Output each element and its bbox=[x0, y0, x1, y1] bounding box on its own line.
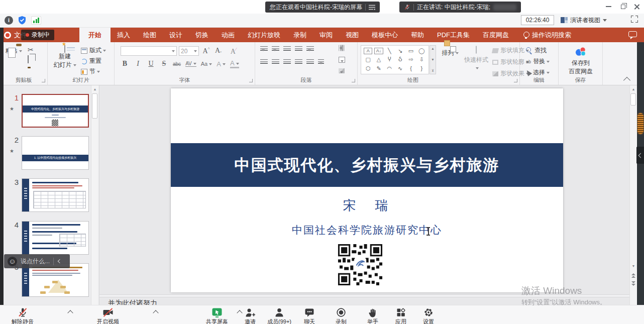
current-slide[interactable]: 中国式现代化、乡村振兴与乡村旅游 宋 瑞 中国社会科学院旅游研究中心 bbox=[171, 88, 563, 292]
quick-styles-button[interactable]: 快速样式 bbox=[462, 46, 490, 71]
network-signal-icon[interactable] bbox=[31, 16, 41, 25]
tab-template-center[interactable]: 模板中心 bbox=[365, 28, 404, 42]
comment-icon[interactable] bbox=[628, 31, 637, 37]
tab-draw[interactable]: 绘图 bbox=[137, 28, 163, 42]
line-spacing-icon[interactable] bbox=[306, 46, 314, 52]
smartart-button[interactable] bbox=[339, 68, 345, 73]
window-restore-button[interactable] bbox=[619, 3, 627, 10]
arc-shape-icon[interactable]: ◠ bbox=[384, 64, 395, 73]
triangle-shape-icon[interactable]: △ bbox=[373, 55, 384, 64]
next-slide-button[interactable] bbox=[631, 281, 635, 286]
distribute-icon[interactable] bbox=[306, 59, 314, 65]
shape-gallery-scroll[interactable]: ▲▼⊻ bbox=[430, 45, 436, 74]
highlight-button[interactable]: A bbox=[217, 60, 226, 68]
align-center-icon[interactable] bbox=[272, 59, 279, 65]
elbow-connector-icon[interactable]: Ⴤ bbox=[384, 55, 395, 64]
scroll-thumb[interactable] bbox=[630, 93, 636, 105]
tab-review[interactable]: 审阅 bbox=[313, 28, 339, 42]
select-button[interactable]: 选择 bbox=[526, 68, 550, 77]
thumbnail-scrollbar[interactable]: ▲ bbox=[91, 85, 98, 305]
down-arrow-shape-icon[interactable]: ⇩ bbox=[416, 55, 427, 64]
notes-text-fragment[interactable]: 并为此付诸努力 bbox=[108, 299, 157, 305]
slide-scrollbar[interactable]: ▲ ▼ bbox=[629, 85, 636, 305]
slide-1-thumbnail[interactable]: 中国式现代化、乡村振兴与乡村旅游 bbox=[22, 94, 89, 128]
bullets-icon[interactable] bbox=[260, 46, 268, 52]
change-case-button[interactable]: Aa bbox=[201, 61, 212, 67]
tab-design[interactable]: 设计 bbox=[163, 28, 189, 42]
decrease-indent-icon[interactable] bbox=[283, 46, 291, 52]
tab-baidu-netdisk[interactable]: 百度网盘 bbox=[476, 28, 515, 42]
slide-organization[interactable]: 中国社会科学院旅游研究中心 bbox=[171, 223, 563, 237]
textbox-shape-icon[interactable]: A bbox=[364, 48, 372, 54]
wps-logo-icon[interactable] bbox=[4, 32, 11, 39]
char-spacing-button[interactable]: AV bbox=[185, 61, 196, 67]
presenter-view-button[interactable]: 演讲者视图 bbox=[559, 15, 609, 26]
slide-4-thumbnail[interactable] bbox=[22, 221, 89, 255]
font-color-button[interactable]: A bbox=[230, 59, 239, 68]
rounded-rect-shape-icon[interactable]: ▢ bbox=[363, 55, 373, 64]
align-text-button[interactable] bbox=[339, 57, 345, 63]
thumbnail-scroll-thumb[interactable] bbox=[92, 93, 97, 119]
increase-indent-icon[interactable] bbox=[295, 46, 302, 52]
right-arrow-shape-icon[interactable]: ⇨ bbox=[405, 55, 416, 64]
font-dialog-launcher[interactable] bbox=[249, 79, 253, 82]
chat-quick-input[interactable]: 说点什么... bbox=[4, 254, 70, 268]
elbow-arrow-connector-icon[interactable]: Ⴢ bbox=[395, 55, 405, 64]
scroll-down-button[interactable]: ▼ bbox=[630, 262, 637, 270]
slide-2-thumbnail[interactable]: 1. 以中国式现代化统领乡村振兴 bbox=[22, 136, 89, 170]
line-shape-icon[interactable]: ╲ bbox=[384, 47, 395, 55]
slide-5-thumbnail[interactable] bbox=[22, 263, 89, 297]
tab-slideshow[interactable]: 幻灯片放映 bbox=[241, 28, 287, 42]
tab-transitions[interactable]: 切换 bbox=[189, 28, 215, 42]
replace-button[interactable]: ab替换 bbox=[526, 57, 550, 66]
bold-button[interactable]: B bbox=[121, 60, 129, 68]
find-button[interactable]: 查找 bbox=[526, 46, 547, 55]
new-slide-button[interactable]: 新建 幻灯片 bbox=[52, 45, 78, 69]
chat-placeholder[interactable]: 说点什么... bbox=[21, 257, 50, 266]
scroll-up-button[interactable]: ▲ bbox=[630, 85, 637, 93]
tab-animations[interactable]: 动画 bbox=[215, 28, 241, 42]
slide-3-thumbnail[interactable] bbox=[22, 178, 89, 212]
reset-button[interactable]: 重置 bbox=[81, 57, 101, 65]
font-size-select[interactable]: 20 bbox=[179, 46, 199, 56]
columns-icon[interactable] bbox=[318, 59, 324, 65]
audio-options-caret[interactable] bbox=[67, 310, 73, 315]
numbering-icon[interactable] bbox=[272, 46, 279, 52]
thumbnail-scroll-up[interactable]: ▲ bbox=[91, 85, 98, 93]
align-right-icon[interactable] bbox=[283, 59, 291, 65]
window-close-button[interactable] bbox=[633, 3, 641, 10]
save-to-baidu-button[interactable]: 保存到 百度网盘 bbox=[566, 45, 596, 76]
slide-author[interactable]: 宋 瑞 bbox=[171, 197, 563, 214]
window-minimize-button[interactable] bbox=[604, 3, 612, 10]
vertical-textbox-shape-icon[interactable]: A↓ bbox=[374, 48, 383, 54]
clipboard-dialog-launcher[interactable] bbox=[42, 79, 45, 82]
video-options-caret[interactable] bbox=[153, 310, 158, 315]
rectangle-shape-icon[interactable]: ▭ bbox=[405, 47, 416, 55]
expand-panel-handle[interactable] bbox=[636, 147, 644, 164]
start-video-button[interactable]: 开启视频 bbox=[86, 307, 130, 324]
settings-button[interactable]: 设置 bbox=[406, 307, 451, 324]
previous-slide-button[interactable] bbox=[631, 273, 635, 278]
tab-record[interactable]: 录制 bbox=[287, 28, 313, 42]
strike-abc-button[interactable]: abc bbox=[173, 61, 181, 67]
left-brace-shape-icon[interactable]: { bbox=[405, 64, 416, 73]
oval-shape-icon[interactable]: ◯ bbox=[416, 47, 427, 55]
layout-button[interactable]: 版式 bbox=[81, 46, 106, 55]
security-shield-icon[interactable] bbox=[18, 16, 27, 25]
chat-collapse-chevron[interactable] bbox=[58, 259, 62, 263]
copy-icon[interactable] bbox=[28, 56, 29, 63]
arrange-button[interactable]: 排列 bbox=[439, 46, 461, 57]
italic-button[interactable]: I bbox=[134, 60, 142, 68]
meeting-info-icon[interactable] bbox=[5, 16, 13, 25]
grow-font-button[interactable]: A^ bbox=[202, 47, 210, 55]
cut-icon[interactable]: ✂ bbox=[28, 46, 34, 54]
drawing-dialog-launcher[interactable] bbox=[514, 79, 517, 82]
paragraph-dialog-launcher[interactable] bbox=[352, 79, 355, 82]
underline-button[interactable]: U bbox=[147, 60, 155, 68]
tab-insert[interactable]: 插入 bbox=[111, 28, 137, 42]
align-left-icon[interactable] bbox=[260, 59, 268, 65]
freeform-shape-icon[interactable]: ⬡ bbox=[363, 64, 373, 73]
clear-format-button[interactable]: A⁄ bbox=[229, 47, 238, 56]
arrow-line-shape-icon[interactable]: ↘ bbox=[395, 47, 405, 55]
font-family-select[interactable] bbox=[121, 46, 177, 56]
